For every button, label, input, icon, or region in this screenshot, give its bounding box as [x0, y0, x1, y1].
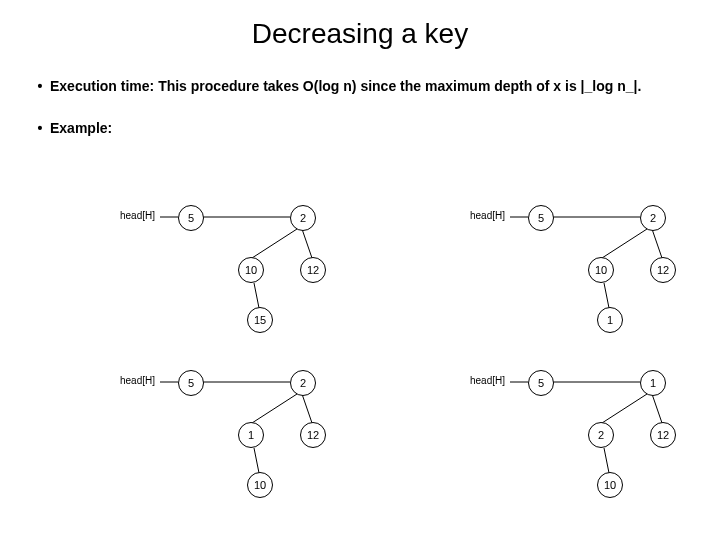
bullet-item: • Execution time: This procedure takes O… [30, 78, 690, 94]
node: 1 [238, 422, 264, 448]
svg-line-14 [254, 448, 259, 473]
head-label: head[H] [120, 375, 155, 386]
svg-line-19 [604, 448, 609, 473]
node: 12 [300, 422, 326, 448]
slide: Decreasing a key • Execution time: This … [0, 0, 720, 540]
bullet-marker: • [30, 78, 50, 94]
node: 2 [588, 422, 614, 448]
slide-title: Decreasing a key [0, 0, 720, 50]
heap-state-4: head[H] 5 1 2 12 10 [370, 360, 720, 525]
node: 2 [290, 370, 316, 396]
node: 5 [528, 370, 554, 396]
node: 10 [597, 472, 623, 498]
node: 10 [247, 472, 273, 498]
node: 5 [178, 205, 204, 231]
node: 2 [640, 205, 666, 231]
head-label: head[H] [120, 210, 155, 221]
svg-line-8 [652, 229, 662, 258]
node: 12 [650, 422, 676, 448]
node: 5 [178, 370, 204, 396]
node: 12 [650, 257, 676, 283]
svg-line-7 [602, 229, 647, 258]
svg-line-12 [252, 394, 297, 423]
heap-state-3: head[H] 5 2 1 12 10 [20, 360, 370, 525]
node: 5 [528, 205, 554, 231]
node: 10 [588, 257, 614, 283]
node: 1 [597, 307, 623, 333]
bullet-list: • Execution time: This procedure takes O… [0, 50, 720, 136]
example-diagram: head[H] 5 2 10 12 15 head[H] 5 2 10 12 1 [0, 195, 720, 525]
bullet-text: Example: [50, 120, 690, 136]
svg-line-17 [602, 394, 647, 423]
node: 2 [290, 205, 316, 231]
node: 1 [640, 370, 666, 396]
svg-line-4 [254, 283, 259, 308]
bullet-item: • Example: [30, 120, 690, 136]
svg-line-2 [252, 229, 297, 258]
node: 12 [300, 257, 326, 283]
bullet-marker: • [30, 120, 50, 136]
svg-line-9 [604, 283, 609, 308]
head-label: head[H] [470, 210, 505, 221]
node: 15 [247, 307, 273, 333]
svg-line-18 [652, 394, 662, 423]
head-label: head[H] [470, 375, 505, 386]
svg-line-3 [302, 229, 312, 258]
heap-state-1: head[H] 5 2 10 12 15 [20, 195, 370, 360]
heap-state-2: head[H] 5 2 10 12 1 [370, 195, 720, 360]
node: 10 [238, 257, 264, 283]
svg-line-13 [302, 394, 312, 423]
bullet-text: Execution time: This procedure takes O(l… [50, 78, 690, 94]
